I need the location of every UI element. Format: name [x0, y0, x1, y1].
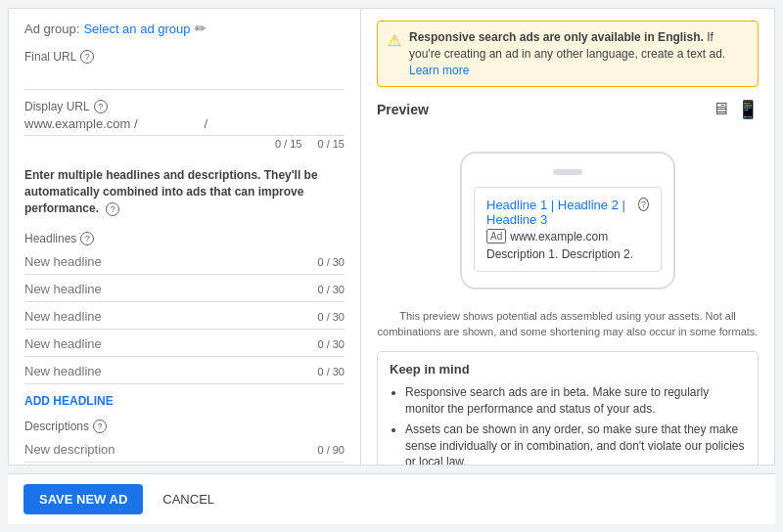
headline-1-count: 0 / 30: [313, 256, 345, 268]
phone-mockup: Headline 1 | Headline 2 | Headline 3 ? A…: [460, 152, 675, 289]
display-url-count1: 0 / 15: [275, 138, 302, 150]
descriptions-header: Descriptions ?: [24, 420, 345, 433]
final-url-label: Final URL: [24, 50, 76, 64]
display-url-slash: /: [205, 116, 208, 131]
warning-main-text: Responsive search ads are only available…: [409, 30, 704, 44]
description-1-block: 0 / 90: [24, 437, 345, 463]
ad-preview-container: Headline 1 | Headline 2 | Headline 3 ? A…: [377, 132, 759, 309]
description-2-block: 0 / 90: [24, 463, 345, 465]
ad-card: Headline 1 | Headline 2 | Headline 3 ? A…: [474, 187, 662, 272]
display-url-counts: 0 / 15 0 / 15: [24, 138, 345, 150]
desktop-icon[interactable]: 🖥: [712, 99, 729, 120]
ad-group-select[interactable]: Select an ad group: [83, 22, 190, 36]
headline-4-count: 0 / 30: [313, 338, 345, 350]
ad-group-label: Ad group:: [24, 22, 79, 36]
headline-1-row: 0 / 30: [24, 249, 345, 275]
warning-learn-more[interactable]: Learn more: [409, 64, 469, 77]
headline-4-input[interactable]: [24, 332, 313, 356]
headlines-header: Headlines ?: [24, 232, 345, 245]
headline-2-row: 0 / 30: [24, 277, 345, 302]
headline-2-count: 0 / 30: [313, 284, 345, 295]
headlines-info-icon[interactable]: ?: [80, 232, 94, 245]
hint-text-main: Enter multiple headlines and description…: [24, 168, 318, 215]
description-1-count: 0 / 90: [313, 444, 345, 456]
device-icons: 🖥 📱: [712, 99, 759, 120]
warning-icon: ⚠: [388, 30, 401, 52]
ad-description: Description 1. Description 2.: [486, 247, 649, 261]
headline-5-block: 0 / 30: [24, 359, 345, 384]
ad-badge: Ad: [486, 229, 506, 244]
ad-headline-text: Headline 1 | Headline 2 | Headline 3: [486, 198, 638, 227]
ad-group-row: Ad group: Select an ad group ✏: [24, 21, 345, 36]
headline-3-row: 0 / 30: [24, 304, 345, 330]
final-url-label-row: Final URL ?: [24, 50, 345, 64]
descriptions-label: Descriptions: [24, 420, 89, 433]
keep-in-mind-title: Keep in mind: [390, 362, 746, 377]
headline-3-count: 0 / 30: [313, 311, 345, 323]
keep-in-mind-section: Keep in mind Responsive search ads are i…: [377, 351, 759, 465]
left-panel: Ad group: Select an ad group ✏ Final URL…: [9, 9, 361, 465]
warning-text-container: Responsive search ads are only available…: [409, 29, 748, 78]
headline-4-block: 0 / 30: [24, 332, 345, 357]
headline-2-input[interactable]: [24, 277, 313, 301]
display-url-info-icon[interactable]: ?: [94, 100, 108, 113]
ad-url-row: Ad www.example.com: [486, 229, 649, 244]
keep-in-mind-item-1: Responsive search ads are in beta. Make …: [405, 384, 746, 418]
display-url-count2: 0 / 15: [317, 138, 345, 150]
description-2-input[interactable]: [24, 463, 313, 465]
display-url-label-row: Display URL ?: [24, 100, 345, 113]
description-2-row: 0 / 90: [24, 463, 345, 465]
headline-3-block: 0 / 30: [24, 304, 345, 330]
ad-headline-row: Headline 1 | Headline 2 | Headline 3 ?: [486, 198, 649, 227]
display-url-path2[interactable]: [211, 116, 270, 131]
display-url-row: www.example.com / /: [24, 116, 345, 136]
final-url-info-icon[interactable]: ?: [80, 50, 94, 64]
cancel-button[interactable]: CANCEL: [155, 484, 222, 514]
display-url-label: Display URL: [24, 100, 90, 113]
hint-text: Enter multiple headlines and description…: [24, 167, 345, 216]
headline-1-input[interactable]: [24, 249, 313, 274]
ad-url-text: www.example.com: [510, 230, 608, 244]
headlines-label: Headlines: [24, 232, 76, 245]
bottom-bar: SAVE NEW AD CANCEL: [8, 473, 775, 524]
display-url-base: www.example.com /: [24, 116, 138, 131]
headline-5-count: 0 / 30: [313, 366, 345, 377]
display-url-path1[interactable]: [142, 116, 201, 131]
warning-bar: ⚠ Responsive search ads are only availab…: [377, 21, 759, 87]
right-panel: ⚠ Responsive search ads are only availab…: [361, 9, 774, 465]
edit-icon[interactable]: ✏: [195, 21, 207, 36]
headline-3-input[interactable]: [24, 304, 313, 329]
add-headline-link[interactable]: ADD HEADLINE: [24, 394, 345, 408]
mobile-icon[interactable]: 📱: [737, 99, 759, 120]
headline-4-row: 0 / 30: [24, 332, 345, 357]
final-url-section: Final URL ?: [24, 50, 345, 90]
preview-title: Preview: [377, 102, 429, 117]
keep-in-mind-item-2: Assets can be shown in any order, so mak…: [405, 421, 746, 465]
headline-5-row: 0 / 30: [24, 359, 345, 384]
headline-1-block: 0 / 30: [24, 249, 345, 275]
description-1-input[interactable]: [24, 437, 313, 462]
phone-notch: [553, 169, 582, 175]
preview-header: Preview 🖥 📱: [377, 99, 759, 120]
final-url-input[interactable]: [24, 66, 345, 89]
headline-2-block: 0 / 30: [24, 277, 345, 302]
description-1-row: 0 / 90: [24, 437, 345, 463]
save-new-ad-button[interactable]: SAVE NEW AD: [23, 484, 143, 514]
preview-note: This preview shows potential ads assembl…: [377, 309, 759, 339]
display-url-section: Display URL ? www.example.com / / 0 / 15…: [24, 100, 345, 150]
final-url-input-row: [24, 66, 345, 90]
headline-5-input[interactable]: [24, 359, 313, 383]
descriptions-info-icon[interactable]: ?: [93, 420, 107, 433]
keep-in-mind-list: Responsive search ads are in beta. Make …: [390, 384, 746, 465]
ad-info-icon[interactable]: ?: [638, 198, 649, 211]
hint-info-icon[interactable]: ?: [106, 202, 119, 216]
